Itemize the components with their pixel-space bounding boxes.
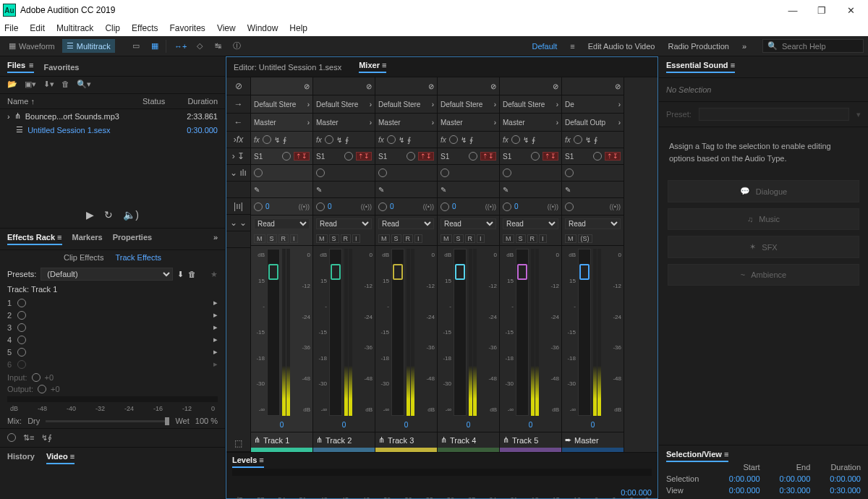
trash-icon[interactable]: 🗑 — [61, 80, 69, 89]
msr-button[interactable]: R — [341, 234, 352, 243]
tab-properties[interactable]: Properties — [113, 233, 152, 245]
msr-button[interactable]: I — [352, 234, 360, 243]
volume-value[interactable]: 0 — [562, 419, 624, 432]
sv-sel-dur[interactable]: 0:00.000 — [817, 474, 861, 483]
eq-power-icon[interactable] — [254, 169, 263, 177]
effect-slot[interactable]: 4▸ — [4, 333, 221, 346]
send-pre-icon[interactable]: ⇡↧ — [605, 152, 621, 161]
menu-edit[interactable]: Edit — [30, 23, 45, 33]
power-icon[interactable] — [17, 311, 26, 320]
input-select[interactable]: Default Stere› — [251, 95, 312, 114]
sv-view-start[interactable]: 0:00.000 — [717, 486, 760, 495]
send-pre-icon[interactable]: ⇡↧ — [294, 152, 310, 161]
fx-row-icon[interactable]: › fx — [226, 132, 250, 148]
presets-select[interactable]: (Default) — [41, 268, 173, 281]
workspace-default[interactable]: Default — [532, 42, 557, 51]
pan-knob-icon[interactable] — [378, 202, 387, 211]
pan-value[interactable]: 0 — [452, 202, 456, 210]
volume-fader[interactable] — [578, 249, 591, 416]
input-knob-icon[interactable] — [32, 373, 41, 382]
stereo-icon[interactable]: ((•)) — [485, 203, 496, 210]
sv-sel-start[interactable]: 0:00.000 — [717, 474, 760, 483]
col-name[interactable]: Name ↑ — [7, 97, 142, 106]
automation-mode[interactable]: Read — [503, 218, 558, 229]
eq-power-icon[interactable] — [441, 169, 449, 177]
volume-value[interactable]: 0 — [375, 419, 437, 432]
volume-fader[interactable] — [267, 249, 280, 416]
pan-row-icon[interactable]: |ıı| — [226, 198, 250, 215]
stereo-icon[interactable]: ((•)) — [299, 203, 310, 210]
msr-button[interactable]: S — [267, 234, 277, 243]
workspace-radio[interactable]: Radio Production — [668, 42, 728, 51]
tab-selection-view[interactable]: Selection/View ≡ — [666, 450, 728, 462]
fx-row[interactable]: fx ↯ ∮ — [313, 132, 375, 148]
auto-row-icon[interactable]: ⌄ ⌄ — [226, 215, 250, 231]
pencil-icon[interactable]: ✎ — [316, 186, 322, 194]
send-power-icon[interactable] — [593, 152, 602, 161]
maximize-button[interactable]: ❐ — [807, 5, 836, 16]
menu-window[interactable]: Window — [247, 23, 278, 33]
play-icon[interactable]: ▶ — [86, 209, 94, 221]
slash-icon[interactable]: ⊘ — [226, 77, 250, 95]
send-pre-icon[interactable]: ⇡↧ — [418, 152, 434, 161]
msr-button[interactable]: M — [441, 234, 452, 243]
tab-history[interactable]: History — [7, 452, 35, 464]
stereo-icon[interactable]: ((•)) — [548, 203, 558, 210]
power-icon[interactable] — [17, 336, 26, 344]
pan-value[interactable]: 0 — [265, 202, 270, 210]
send-pre-icon[interactable]: ⇡↧ — [356, 152, 372, 161]
input-select[interactable]: De› — [562, 95, 624, 114]
tab-video[interactable]: Video ≡ — [46, 452, 75, 464]
msr-button[interactable]: M — [378, 234, 390, 243]
automation-mode[interactable]: Read — [316, 218, 372, 229]
sends-row-icon[interactable]: › ↧ — [226, 148, 250, 165]
stereo-icon[interactable]: ((•)) — [423, 203, 434, 210]
msr-button[interactable]: M — [316, 234, 328, 243]
eq-power-icon[interactable] — [316, 169, 325, 177]
es-ambience-button[interactable]: ~Ambience — [668, 264, 859, 286]
eq-power-icon[interactable] — [503, 169, 511, 177]
volume-fader[interactable] — [454, 249, 467, 416]
col-status[interactable]: Status — [142, 97, 176, 106]
effect-slot[interactable]: 6▸ — [4, 358, 221, 370]
mode-waveform[interactable]: ▦ Waveform — [4, 39, 59, 53]
es-music-button[interactable]: ♫Music — [668, 208, 859, 230]
menu-effects[interactable]: Effects — [132, 23, 158, 33]
pencil-icon[interactable]: ✎ — [378, 186, 384, 194]
tab-effects-rack[interactable]: Effects Rack ≡ — [7, 233, 62, 245]
phase-invert[interactable]: ⊘ — [375, 77, 437, 95]
phase-invert[interactable]: ⊘ — [500, 77, 561, 95]
power-icon[interactable] — [17, 323, 26, 332]
razor-tool-icon[interactable]: ◇ — [192, 39, 208, 53]
power-icon[interactable] — [17, 360, 26, 369]
msr-button[interactable]: I — [290, 234, 298, 243]
msr-button[interactable]: M — [254, 234, 265, 243]
channel-name[interactable]: ⋔Track 4 — [438, 432, 499, 448]
volume-value[interactable]: 0 — [251, 419, 312, 432]
volume-value[interactable]: 0 — [438, 419, 499, 432]
channel-name[interactable]: ⋔Track 3 — [375, 432, 437, 448]
mix-slider[interactable] — [46, 420, 169, 422]
time-select-icon[interactable]: Ⓘ — [229, 38, 245, 54]
fx-row[interactable]: fx ↯ ∮ — [251, 132, 312, 148]
menu-clip[interactable]: Clip — [105, 23, 120, 33]
msr-button[interactable]: I — [539, 234, 547, 243]
output-select[interactable]: Master› — [500, 114, 561, 132]
send-power-icon[interactable] — [407, 152, 415, 161]
minimize-button[interactable]: — — [778, 5, 807, 16]
power-icon[interactable] — [17, 299, 26, 307]
import-icon[interactable]: ⬇▾ — [43, 80, 54, 89]
msr-button[interactable]: R — [527, 234, 538, 243]
file-row[interactable]: › ⋔Bouncep...ort Sounds.mp3 2:33.861 — [0, 109, 225, 123]
autoplay-icon[interactable]: 🔈) — [123, 209, 139, 221]
send-pre-icon[interactable]: ⇡↧ — [542, 152, 558, 161]
output-select[interactable]: Master› — [251, 114, 312, 132]
pan-value[interactable]: 0 — [328, 202, 332, 210]
spect-toggle-icon[interactable]: ▦ — [147, 39, 163, 53]
subtab-track-effects[interactable]: Track Effects — [115, 253, 161, 262]
open-file-icon[interactable]: 📂 — [7, 80, 17, 89]
fx-row[interactable]: fx ↯ ∮ — [375, 132, 437, 148]
volume-value[interactable]: 0 — [313, 419, 375, 432]
effect-slot[interactable]: 5▸ — [4, 346, 221, 358]
tab-mixer[interactable]: Mixer ≡ — [359, 61, 386, 73]
